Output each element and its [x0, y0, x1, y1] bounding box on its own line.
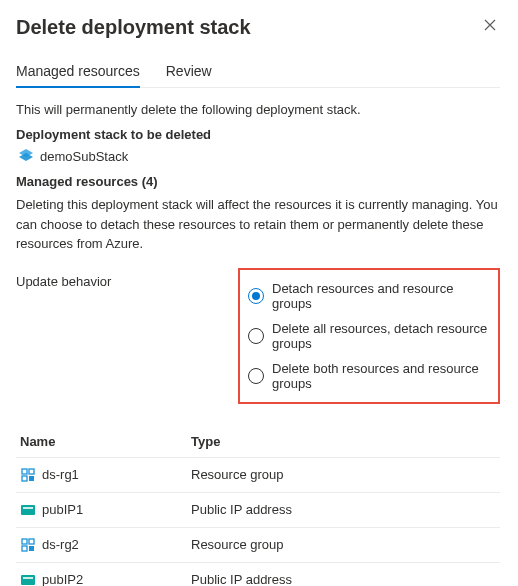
svg-rect-7 — [23, 507, 33, 509]
close-icon — [484, 19, 496, 31]
resource-type: Public IP address — [191, 572, 500, 586]
tab-bar: Managed resources Review — [16, 57, 500, 88]
public-ip-icon — [20, 502, 36, 518]
tab-review[interactable]: Review — [166, 57, 212, 87]
radio-icon — [248, 288, 264, 304]
panel-title: Delete deployment stack — [16, 16, 251, 39]
table-row[interactable]: pubIP2 Public IP address — [16, 563, 500, 587]
resource-type: Resource group — [191, 467, 500, 482]
radio-label: Detach resources and resource groups — [272, 281, 490, 311]
close-button[interactable] — [480, 16, 500, 36]
stack-item: demoSubStack — [18, 148, 500, 164]
stack-heading: Deployment stack to be deleted — [16, 127, 500, 142]
managed-heading: Managed resources (4) — [16, 174, 500, 189]
svg-rect-12 — [21, 575, 35, 585]
svg-rect-4 — [22, 476, 27, 481]
update-behavior-label: Update behavior — [16, 268, 238, 289]
svg-rect-6 — [21, 505, 35, 515]
radio-detach-resources[interactable]: Detach resources and resource groups — [248, 276, 490, 316]
svg-rect-8 — [22, 539, 27, 544]
table-row[interactable]: ds-rg1 Resource group — [16, 458, 500, 493]
svg-rect-11 — [29, 546, 34, 551]
column-header-type[interactable]: Type — [191, 434, 500, 449]
intro-text: This will permanently delete the followi… — [16, 102, 500, 117]
svg-rect-5 — [29, 476, 34, 481]
delete-deployment-stack-panel: Delete deployment stack Managed resource… — [0, 0, 518, 586]
update-behavior-row: Update behavior Detach resources and res… — [16, 268, 500, 404]
resource-group-icon — [20, 467, 36, 483]
stack-icon — [18, 148, 34, 164]
radio-icon — [248, 368, 264, 384]
svg-rect-9 — [29, 539, 34, 544]
radio-delete-resources-detach-groups[interactable]: Delete all resources, detach resource gr… — [248, 316, 490, 356]
resources-table: Name Type ds-rg1 Resource group pubIP1 P… — [16, 426, 500, 587]
managed-description: Deleting this deployment stack will affe… — [16, 195, 500, 254]
table-row[interactable]: pubIP1 Public IP address — [16, 493, 500, 528]
stack-name: demoSubStack — [40, 149, 128, 164]
resource-type: Public IP address — [191, 502, 500, 517]
svg-rect-13 — [23, 577, 33, 579]
resource-name: ds-rg1 — [42, 467, 79, 482]
tab-managed-resources[interactable]: Managed resources — [16, 57, 140, 87]
resource-name: pubIP1 — [42, 502, 83, 517]
svg-rect-3 — [29, 469, 34, 474]
resource-type: Resource group — [191, 537, 500, 552]
resource-group-icon — [20, 537, 36, 553]
column-header-name[interactable]: Name — [16, 434, 191, 449]
svg-rect-2 — [22, 469, 27, 474]
radio-icon — [248, 328, 264, 344]
panel-header: Delete deployment stack — [16, 16, 500, 57]
resource-name: pubIP2 — [42, 572, 83, 586]
public-ip-icon — [20, 572, 36, 587]
update-behavior-options: Detach resources and resource groups Del… — [238, 268, 500, 404]
table-header: Name Type — [16, 426, 500, 458]
radio-delete-both[interactable]: Delete both resources and resource group… — [248, 356, 490, 396]
svg-rect-10 — [22, 546, 27, 551]
table-row[interactable]: ds-rg2 Resource group — [16, 528, 500, 563]
resource-name: ds-rg2 — [42, 537, 79, 552]
radio-label: Delete all resources, detach resource gr… — [272, 321, 490, 351]
radio-label: Delete both resources and resource group… — [272, 361, 490, 391]
